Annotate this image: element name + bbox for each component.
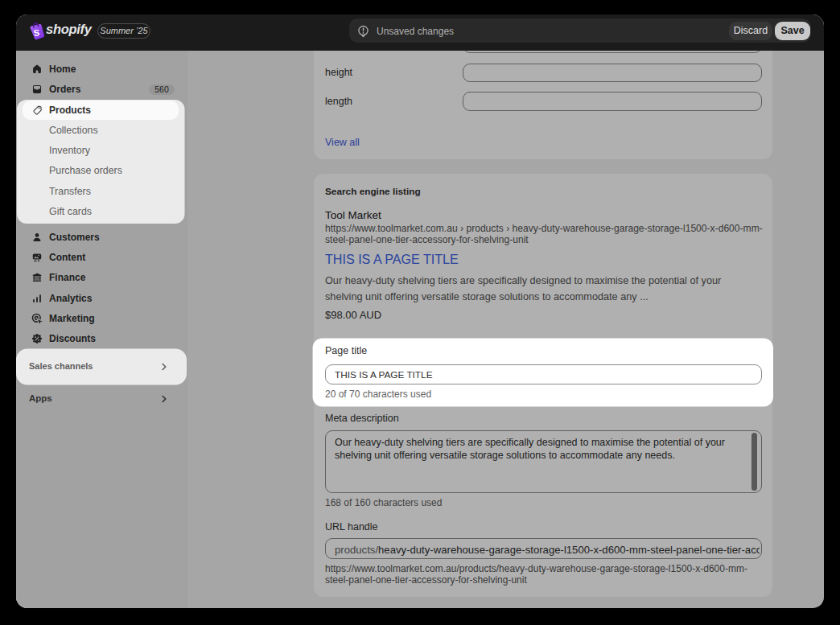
- svg-text:S: S: [33, 27, 40, 38]
